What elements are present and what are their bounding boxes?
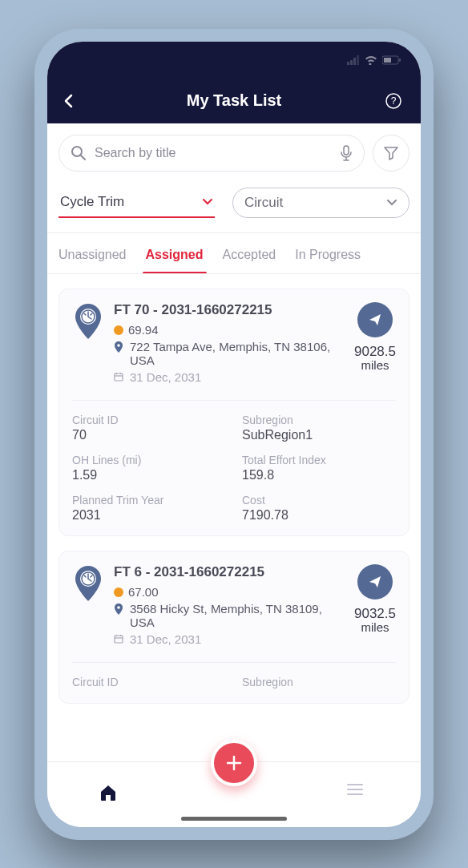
distance-unit: miles <box>354 358 396 372</box>
svg-rect-22 <box>115 636 123 643</box>
home-indicator <box>181 817 287 821</box>
bottom-nav <box>47 761 421 827</box>
battery-icon <box>382 55 401 65</box>
detail-item: OH Lines (mi)1.59 <box>72 454 226 482</box>
cellular-icon <box>347 55 360 65</box>
svg-rect-0 <box>347 62 349 65</box>
mic-icon[interactable] <box>340 145 353 161</box>
address-icon <box>114 341 125 353</box>
svg-rect-3 <box>357 55 359 65</box>
svg-rect-15 <box>115 373 123 381</box>
detail-item: Total Effort Index159.8 <box>242 454 396 482</box>
chevron-down-icon <box>202 198 213 206</box>
filter-button[interactable] <box>373 135 410 172</box>
task-card[interactable]: FT 6 - 2031-166027221567.003568 Hicky St… <box>58 551 410 704</box>
svg-rect-11 <box>344 146 349 155</box>
task-date: 31 Dec, 2031 <box>130 632 201 646</box>
detail-item: Planned Trim Year2031 <box>72 494 226 523</box>
detail-label: Circuit ID <box>72 414 226 426</box>
detail-value: 7190.78 <box>242 508 396 523</box>
svg-rect-6 <box>399 59 401 62</box>
detail-item: Circuit ID70 <box>72 414 226 442</box>
location-pin-icon <box>72 564 104 603</box>
category-select[interactable]: Cycle Trim <box>58 188 215 218</box>
category-value: Cycle Trim <box>60 194 124 210</box>
task-card[interactable]: FT 70 - 2031-166027221569.94722 Tampa Av… <box>58 289 410 536</box>
help-button[interactable]: ? <box>385 93 405 109</box>
task-date: 31 Dec, 2031 <box>130 370 201 384</box>
wifi-icon <box>365 55 377 65</box>
detail-item: Circuit ID <box>72 676 226 690</box>
detail-value: SubRegion1 <box>242 428 396 442</box>
app-header: My Task List ? <box>47 79 421 123</box>
tab-in-progress[interactable]: In Progress <box>295 248 361 273</box>
page-title: My Task List <box>83 91 385 110</box>
detail-label: Planned Trim Year <box>72 494 226 507</box>
detail-value: 2031 <box>72 508 226 523</box>
add-button[interactable] <box>211 740 257 786</box>
detail-item: Subregion <box>242 676 396 690</box>
svg-point-9 <box>72 147 82 156</box>
detail-item: Cost7190.78 <box>242 494 396 523</box>
svg-rect-1 <box>350 60 353 65</box>
navigate-button[interactable] <box>357 564 393 600</box>
groupby-value: Circuit <box>244 195 283 211</box>
detail-label: Total Effort Index <box>242 454 396 466</box>
detail-label: Subregion <box>242 414 396 426</box>
back-button[interactable] <box>63 94 83 108</box>
detail-label: Cost <box>242 494 396 507</box>
svg-point-21 <box>117 606 120 609</box>
status-dot-icon <box>114 587 123 597</box>
svg-point-14 <box>117 344 120 347</box>
tab-accepted[interactable]: Accepted <box>223 248 276 273</box>
svg-rect-2 <box>353 58 356 65</box>
status-bar <box>47 42 421 79</box>
status-tabs: UnassignedAssignedAcceptedIn Progress <box>47 233 421 274</box>
detail-label: Circuit ID <box>72 676 226 688</box>
task-details-grid: Circuit ID70SubregionSubRegion1OH Lines … <box>72 401 396 523</box>
svg-text:?: ? <box>391 95 397 107</box>
distance-value: 9028.5 <box>354 344 396 360</box>
home-button[interactable] <box>98 782 122 806</box>
menu-button[interactable] <box>346 782 370 806</box>
detail-value: 1.59 <box>72 468 226 482</box>
distance-value: 9032.5 <box>354 606 396 622</box>
search-input[interactable] <box>95 146 332 160</box>
status-dot-icon <box>114 325 123 335</box>
address-icon <box>114 604 125 615</box>
calendar-icon <box>114 372 125 382</box>
task-address: 722 Tampa Ave, Memphis, TN 38106, USA <box>130 340 345 367</box>
task-address: 3568 Hicky St, Memphis, TN 38109, USA <box>130 602 345 629</box>
calendar-icon <box>114 634 125 644</box>
distance-unit: miles <box>354 620 396 634</box>
groupby-select[interactable]: Circuit <box>232 188 410 218</box>
detail-item: SubregionSubRegion1 <box>242 414 396 442</box>
task-title: FT 70 - 2031-1660272215 <box>114 302 345 318</box>
content-area: Cycle Trim Circuit UnassignedAssignedAcc… <box>47 123 421 761</box>
chevron-down-icon <box>386 199 397 207</box>
task-details-grid: Circuit IDSubregion <box>72 663 396 690</box>
task-title: FT 6 - 2031-1660272215 <box>114 564 345 580</box>
task-score: 69.94 <box>128 323 159 337</box>
location-pin-icon <box>72 302 104 341</box>
svg-line-10 <box>81 155 85 159</box>
search-container <box>58 135 365 172</box>
task-score: 67.00 <box>128 585 159 599</box>
svg-rect-5 <box>384 58 391 63</box>
search-icon <box>71 145 87 161</box>
detail-value: 70 <box>72 428 226 442</box>
detail-label: Subregion <box>242 676 396 688</box>
tab-unassigned[interactable]: Unassigned <box>58 248 127 273</box>
detail-value: 159.8 <box>242 468 396 482</box>
detail-label: OH Lines (mi) <box>72 454 226 466</box>
tab-assigned[interactable]: Assigned <box>146 248 204 273</box>
navigate-button[interactable] <box>357 302 393 337</box>
